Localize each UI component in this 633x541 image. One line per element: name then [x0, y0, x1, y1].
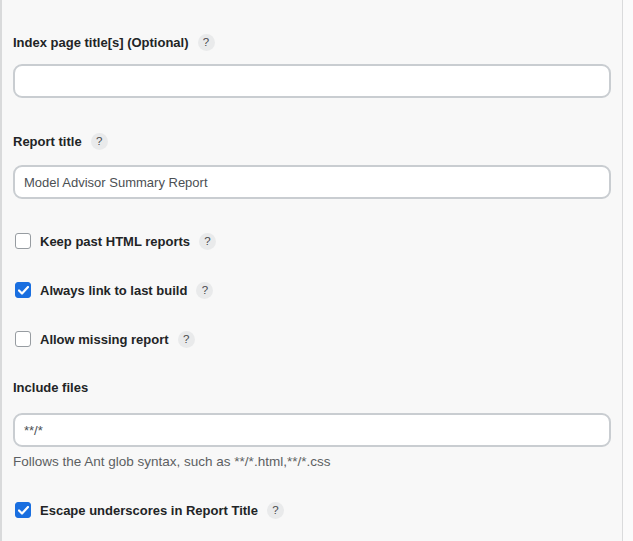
help-icon[interactable]: ?: [198, 34, 215, 51]
include-files-label: Include files: [13, 380, 88, 395]
help-icon[interactable]: ?: [178, 331, 195, 348]
always-link-last-build-row: Always link to last build ?: [13, 281, 611, 299]
escape-underscores-checkbox[interactable]: [15, 502, 31, 518]
keep-past-html-reports-label: Keep past HTML reports: [40, 234, 190, 249]
help-icon[interactable]: ?: [267, 502, 284, 519]
help-icon[interactable]: ?: [199, 233, 216, 250]
checkmark-icon: [18, 506, 29, 515]
include-files-help-text: Follows the Ant glob syntax, such as **/…: [13, 454, 611, 470]
index-page-titles-label-row: Index page title[s] (Optional) ?: [13, 34, 611, 50]
allow-missing-report-checkbox[interactable]: [15, 331, 31, 347]
escape-underscores-row: Escape underscores in Report Title ?: [13, 501, 611, 519]
checkmark-icon: [18, 286, 29, 295]
report-title-label: Report title: [13, 134, 82, 149]
always-link-last-build-label: Always link to last build: [40, 283, 187, 298]
allow-missing-report-label: Allow missing report: [40, 332, 169, 347]
help-icon[interactable]: ?: [91, 133, 108, 150]
help-icon[interactable]: ?: [196, 282, 213, 299]
include-files-input[interactable]: [13, 413, 611, 447]
report-title-input[interactable]: [13, 165, 611, 199]
config-form-panel: Index page title[s] (Optional) ? Report …: [0, 0, 623, 541]
keep-past-html-reports-row: Keep past HTML reports ?: [13, 232, 611, 250]
keep-past-html-reports-checkbox[interactable]: [15, 233, 31, 249]
index-page-titles-label: Index page title[s] (Optional): [13, 35, 189, 50]
index-page-titles-input[interactable]: [13, 64, 611, 98]
report-title-label-row: Report title ?: [13, 133, 611, 149]
always-link-last-build-checkbox[interactable]: [15, 282, 31, 298]
allow-missing-report-row: Allow missing report ?: [13, 330, 611, 348]
include-files-label-row: Include files: [13, 379, 611, 395]
escape-underscores-label: Escape underscores in Report Title: [40, 503, 258, 518]
